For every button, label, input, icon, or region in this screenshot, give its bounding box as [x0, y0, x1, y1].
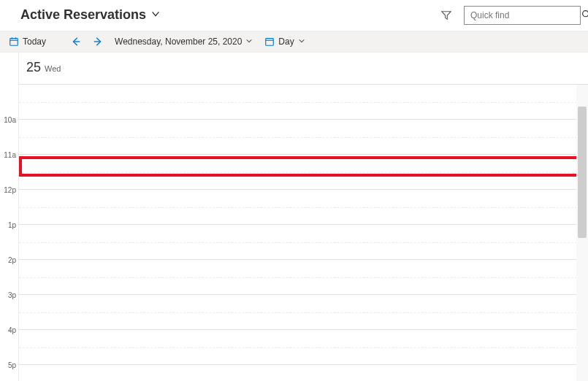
hour-label: 1p — [8, 221, 16, 229]
hour-row[interactable] — [19, 225, 588, 260]
view-mode-label: Day — [278, 36, 294, 47]
view-mode-picker[interactable]: Day — [263, 31, 306, 52]
hour-row[interactable] — [19, 85, 588, 120]
scrollbar[interactable] — [576, 85, 588, 381]
next-day-button[interactable] — [91, 31, 104, 52]
chevron-down-icon — [298, 36, 305, 47]
hour-label: 3p — [8, 291, 16, 299]
scrollbar-thumb[interactable] — [578, 107, 587, 238]
chevron-down-icon — [150, 9, 161, 21]
chevron-down-icon — [245, 36, 253, 47]
current-date-label: Wednesday, November 25, 2020 — [115, 36, 242, 47]
day-header: 25 Wed — [19, 53, 588, 85]
today-label: Today — [23, 36, 46, 47]
day-number: 25 — [26, 60, 41, 75]
hour-row[interactable] — [19, 155, 588, 190]
date-picker[interactable]: Wednesday, November 25, 2020 — [113, 31, 254, 52]
hour-row[interactable] — [19, 365, 588, 381]
quick-find-box[interactable] — [464, 6, 581, 25]
hour-row[interactable] — [19, 330, 588, 365]
hour-label: 12p — [4, 186, 16, 194]
hour-row[interactable] — [19, 295, 588, 330]
time-gutter: 10a11a12p1p2p3p4p5p — [0, 53, 19, 381]
hour-label: 2p — [8, 256, 16, 264]
page-title: Active Reservations — [20, 7, 146, 23]
today-button[interactable]: Today — [7, 31, 47, 52]
hour-row[interactable] — [19, 120, 588, 155]
svg-rect-9 — [266, 39, 274, 46]
svg-point-1 — [583, 10, 588, 16]
hour-label: 4p — [8, 326, 16, 334]
view-title-dropdown[interactable]: Active Reservations — [20, 7, 161, 23]
calendar-toolbar: Today Wednesday, November 25, 2020 Day — [0, 31, 588, 53]
filter-button[interactable] — [439, 8, 454, 23]
hour-row[interactable] — [19, 190, 588, 225]
hour-label: 10a — [4, 116, 16, 124]
day-name: Wed — [45, 64, 61, 73]
svg-rect-3 — [10, 39, 18, 46]
search-icon[interactable] — [581, 9, 588, 21]
svg-marker-0 — [442, 11, 451, 19]
prev-day-button[interactable] — [69, 31, 83, 52]
hour-label: 5p — [8, 361, 16, 369]
hour-row[interactable] — [19, 260, 588, 295]
quick-find-input[interactable] — [469, 9, 581, 21]
hour-label: 11a — [4, 151, 16, 159]
day-grid[interactable] — [19, 85, 588, 381]
